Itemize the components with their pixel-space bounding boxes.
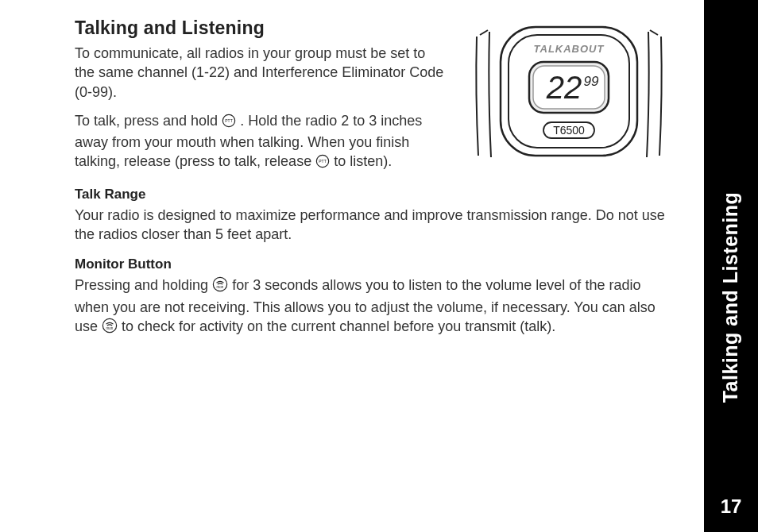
svg-text:mon: mon xyxy=(106,326,114,330)
talk-range-heading: Talk Range xyxy=(75,187,679,202)
svg-text:PTT: PTT xyxy=(319,160,326,164)
sidebar-section-tab: Talking and Listening 17 xyxy=(704,0,758,532)
text-fragment: to listen). xyxy=(334,153,392,169)
ptt-button-icon: PTT xyxy=(222,114,236,133)
svg-text:T6500: T6500 xyxy=(553,124,585,137)
talk-range-paragraph: Your radio is designed to maximize perfo… xyxy=(75,206,679,245)
monitor-button-paragraph: Pressing and holding mon for 3 seconds a… xyxy=(75,276,679,338)
monitor-button-icon: mon xyxy=(212,276,228,297)
text-fragment: to check for activity on the current cha… xyxy=(122,318,555,334)
monitor-button-heading: Monitor Button xyxy=(75,256,679,272)
page-number: 17 xyxy=(704,495,758,518)
svg-text:22: 22 xyxy=(546,70,582,105)
manual-page: Talking and Listening 17 Talking and Lis… xyxy=(0,0,758,532)
svg-text:PTT: PTT xyxy=(225,119,232,123)
text-fragment: To talk, press and hold xyxy=(75,113,222,129)
sidebar-section-title: Talking and Listening xyxy=(720,192,743,403)
ptt-button-icon: PTT xyxy=(315,154,330,173)
monitor-button-icon: mon xyxy=(102,318,118,338)
svg-text:mon: mon xyxy=(217,286,224,290)
svg-text:TALKABOUT: TALKABOUT xyxy=(534,43,605,55)
talk-instructions-paragraph: To talk, press and hold PTT . Hold the r… xyxy=(75,111,448,174)
intro-paragraph: To communicate, all radios in your group… xyxy=(75,44,448,102)
svg-text:99: 99 xyxy=(584,74,599,89)
radio-device-illustration: TALKABOUT 22 99 T6500 xyxy=(470,21,667,157)
text-fragment: Pressing and holding xyxy=(75,277,212,293)
